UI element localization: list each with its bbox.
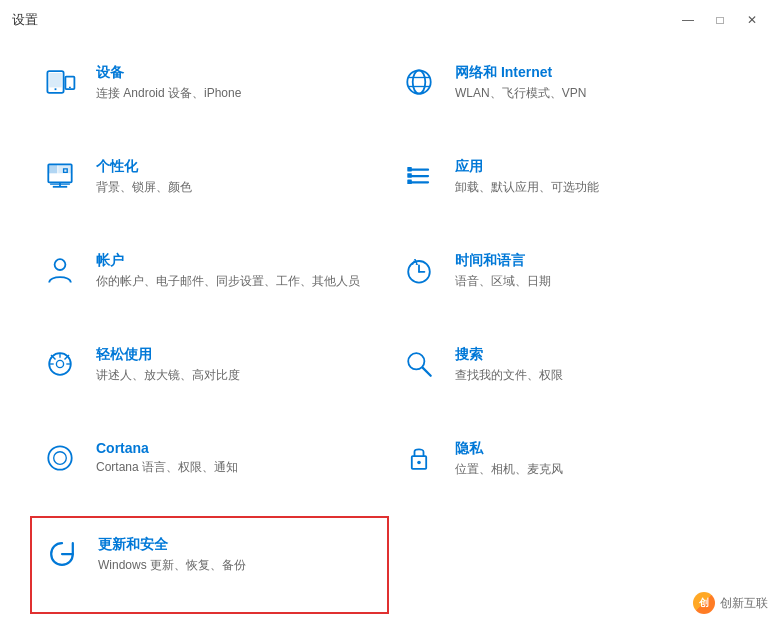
window-title: 设置	[12, 11, 38, 29]
ease-title: 轻松使用	[96, 346, 240, 364]
settings-item-cortana[interactable]: CortanaCortana 语言、权限、通知	[30, 422, 389, 516]
window-controls: — □ ✕	[674, 10, 766, 30]
minimize-button[interactable]: —	[674, 10, 702, 30]
update-icon	[42, 534, 82, 574]
settings-item-personalization[interactable]: 个性化背景、锁屏、颜色	[30, 140, 389, 234]
device-title: 设备	[96, 64, 241, 82]
svg-point-5	[407, 70, 430, 93]
personalization-icon	[40, 156, 80, 196]
time-icon: A	[399, 250, 439, 290]
svg-point-6	[413, 70, 426, 93]
watermark: 创 创新互联	[693, 592, 768, 614]
settings-item-accounts[interactable]: 帐户你的帐户、电子邮件、同步设置、工作、其他人员	[30, 234, 389, 328]
time-subtitle: 语音、区域、日期	[455, 273, 551, 290]
settings-item-network[interactable]: 网络和 InternetWLAN、飞行模式、VPN	[389, 46, 748, 140]
search-icon	[399, 344, 439, 384]
apps-subtitle: 卸载、默认应用、可选功能	[455, 179, 599, 196]
cortana-subtitle: Cortana 语言、权限、通知	[96, 459, 238, 476]
svg-rect-1	[49, 73, 62, 87]
settings-grid: 设备连接 Android 设备、iPhone 网络和 InternetWLAN、…	[30, 46, 748, 614]
accounts-subtitle: 你的帐户、电子邮件、同步设置、工作、其他人员	[96, 273, 360, 290]
svg-rect-19	[407, 180, 412, 185]
device-icon	[40, 62, 80, 102]
svg-point-26	[56, 360, 63, 367]
svg-rect-18	[407, 173, 412, 178]
cortana-icon	[40, 438, 80, 478]
privacy-title: 隐私	[455, 440, 563, 458]
personalization-subtitle: 背景、锁屏、颜色	[96, 179, 192, 196]
settings-item-search[interactable]: 搜索查找我的文件、权限	[389, 328, 748, 422]
settings-item-time[interactable]: A 时间和语言语音、区域、日期	[389, 234, 748, 328]
title-bar: 设置 — □ ✕	[0, 0, 778, 36]
personalization-title: 个性化	[96, 158, 192, 176]
watermark-text: 创新互联	[720, 595, 768, 612]
svg-rect-10	[48, 164, 57, 173]
svg-line-33	[423, 368, 431, 376]
svg-point-20	[55, 259, 66, 270]
svg-point-34	[48, 446, 71, 469]
device-subtitle: 连接 Android 设备、iPhone	[96, 85, 241, 102]
network-title: 网络和 Internet	[455, 64, 586, 82]
settings-item-update[interactable]: 更新和安全Windows 更新、恢复、备份	[30, 516, 389, 614]
apps-icon	[399, 156, 439, 196]
svg-point-37	[417, 461, 421, 465]
privacy-subtitle: 位置、相机、麦克风	[455, 461, 563, 478]
settings-window: 设置 — □ ✕ 设备连接 Android 设备、iPhone 网络和 Inte…	[0, 0, 778, 624]
time-title: 时间和语言	[455, 252, 551, 270]
settings-content: 设备连接 Android 设备、iPhone 网络和 InternetWLAN、…	[0, 36, 778, 624]
search-title: 搜索	[455, 346, 563, 364]
settings-item-ease[interactable]: 轻松使用讲述人、放大镜、高对比度	[30, 328, 389, 422]
network-icon	[399, 62, 439, 102]
svg-point-35	[54, 452, 67, 465]
settings-item-device[interactable]: 设备连接 Android 设备、iPhone	[30, 46, 389, 140]
settings-item-apps[interactable]: 应用卸载、默认应用、可选功能	[389, 140, 748, 234]
cortana-title: Cortana	[96, 440, 238, 456]
close-button[interactable]: ✕	[738, 10, 766, 30]
settings-item-privacy[interactable]: 隐私位置、相机、麦克风	[389, 422, 748, 516]
privacy-icon	[399, 438, 439, 478]
svg-rect-17	[407, 167, 412, 172]
watermark-logo: 创	[693, 592, 715, 614]
accounts-title: 帐户	[96, 252, 360, 270]
apps-title: 应用	[455, 158, 599, 176]
accounts-icon	[40, 250, 80, 290]
maximize-button[interactable]: □	[706, 10, 734, 30]
ease-icon	[40, 344, 80, 384]
network-subtitle: WLAN、飞行模式、VPN	[455, 85, 586, 102]
ease-subtitle: 讲述人、放大镜、高对比度	[96, 367, 240, 384]
svg-text:A: A	[412, 257, 419, 267]
search-subtitle: 查找我的文件、权限	[455, 367, 563, 384]
update-subtitle: Windows 更新、恢复、备份	[98, 557, 246, 574]
update-title: 更新和安全	[98, 536, 246, 554]
